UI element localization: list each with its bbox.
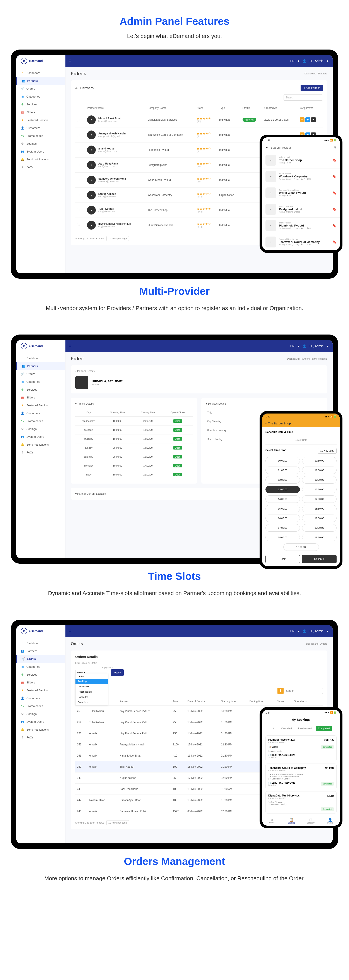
booking-card[interactable]: TeamWork Gourp of ComapnyInvoice No : IN… bbox=[265, 764, 336, 789]
lang-selector[interactable]: EN bbox=[290, 59, 295, 63]
view-icon[interactable]: 👁 bbox=[305, 118, 310, 122]
expand-button[interactable]: + bbox=[77, 133, 81, 137]
time-slot[interactable]: 16:00:00 bbox=[265, 515, 300, 522]
per-page[interactable]: 10 rows per page bbox=[106, 236, 129, 241]
provider-item[interactable]: ●Aarti UpadRanaPestguard pvt ltdRating ·… bbox=[262, 201, 340, 218]
sidebar-item-orders[interactable]: 🛒Orders bbox=[16, 655, 65, 663]
booking-card[interactable]: DiyngData Multi-ServicesInvoice No : INV… bbox=[265, 791, 336, 813]
col-header[interactable]: Starting time bbox=[219, 697, 248, 706]
sidebar-item-faqs[interactable]: ?FAQs bbox=[16, 733, 65, 741]
bookmark-icon[interactable]: 🔖 bbox=[332, 191, 336, 195]
sidebar-item-dashboard[interactable]: ⌂Dashboard bbox=[16, 640, 65, 647]
time-slot[interactable]: 10:00:00 bbox=[265, 457, 300, 465]
booking-tab[interactable]: Rescheduled bbox=[296, 726, 314, 731]
filter-option[interactable]: Select bbox=[76, 673, 108, 679]
sidebar-item-system-users[interactable]: 👥System Users bbox=[16, 148, 65, 156]
hamburger-icon[interactable]: ☰ bbox=[69, 59, 71, 63]
date-picker[interactable]: 15-Nov-2022 bbox=[318, 448, 336, 453]
nav-profile[interactable]: 👤Profile bbox=[320, 818, 340, 824]
time-slot[interactable]: 12:00:00 bbox=[265, 476, 300, 484]
filter-option[interactable]: Completed bbox=[76, 700, 108, 705]
search-input[interactable] bbox=[284, 94, 323, 100]
time-slot[interactable]: 17:00:00 bbox=[265, 524, 300, 531]
time-slot[interactable]: 10:30:00 bbox=[302, 457, 336, 465]
sidebar-item-featured-section[interactable]: ★Featured Section bbox=[16, 401, 65, 409]
per-page[interactable]: 10 rows per page bbox=[106, 820, 129, 825]
sidebar-item-sliders[interactable]: ▦Sliders bbox=[16, 679, 65, 687]
bookmark-icon[interactable]: 🔖 bbox=[332, 158, 336, 162]
col-header[interactable]: Stars bbox=[195, 104, 217, 112]
sidebar-item-partners[interactable]: 👥Partners bbox=[16, 362, 65, 370]
sidebar-item-customers[interactable]: 👤Customers bbox=[16, 124, 65, 132]
sidebar-item-faqs[interactable]: ?FAQs bbox=[16, 449, 65, 456]
hamburger-icon[interactable]: ☰ bbox=[69, 344, 71, 348]
provider-item[interactable]: ●Tulsi KothariThe Barber ShopRating · ★ … bbox=[262, 152, 340, 169]
sidebar-item-orders[interactable]: 🛒Orders bbox=[16, 85, 65, 93]
filter-icon[interactable]: ⊞ bbox=[334, 146, 336, 150]
lang-selector[interactable]: EN bbox=[290, 629, 295, 633]
sidebar-item-orders[interactable]: 🛒Orders bbox=[16, 370, 65, 378]
user-icon[interactable]: 👤 bbox=[303, 59, 306, 63]
time-slot[interactable]: 13:30:00 bbox=[302, 486, 336, 493]
continue-button[interactable]: Continue bbox=[302, 555, 336, 563]
bookmark-icon[interactable]: 🔖 bbox=[332, 240, 336, 244]
booking-tab[interactable]: Completed bbox=[316, 726, 332, 731]
export-icon[interactable]: ⬇ bbox=[278, 688, 284, 694]
sidebar-item-settings[interactable]: ⚙Settings bbox=[16, 425, 65, 433]
sidebar-item-customers[interactable]: 👤Customers bbox=[16, 694, 65, 702]
col-header[interactable]: Created At bbox=[263, 104, 298, 112]
search-input[interactable] bbox=[284, 688, 323, 694]
expand-button[interactable]: + bbox=[77, 178, 81, 182]
time-slot[interactable]: 14:00:00 bbox=[265, 495, 300, 503]
sidebar-item-promo-codes[interactable]: %Promo codes bbox=[16, 702, 65, 710]
sidebar-item-categories[interactable]: ⊞Categories bbox=[16, 93, 65, 100]
col-header[interactable]: Partner bbox=[118, 697, 171, 706]
sidebar-item-send-notifications[interactable]: 🔔Send notifications bbox=[16, 726, 65, 733]
bookmark-icon[interactable]: 🔖 bbox=[332, 207, 336, 211]
sidebar-item-send-notifications[interactable]: 🔔Send notifications bbox=[16, 441, 65, 449]
expand-button[interactable]: + bbox=[77, 163, 81, 167]
time-slot[interactable]: 18:00:00 bbox=[265, 534, 300, 541]
col-header[interactable]: Status bbox=[275, 697, 292, 706]
bookmark-icon[interactable]: 🔖 bbox=[332, 174, 336, 178]
expand-button[interactable]: + bbox=[77, 193, 81, 197]
sidebar-item-promo-codes[interactable]: %Promo codes bbox=[16, 417, 65, 425]
sidebar-item-services[interactable]: ⚙Services bbox=[16, 100, 65, 108]
user-icon[interactable]: 👤 bbox=[303, 344, 306, 348]
col-header[interactable]: Date of Service bbox=[186, 697, 219, 706]
sidebar-item-send-notifications[interactable]: 🔔Send notifications bbox=[16, 156, 65, 164]
time-slot[interactable]: 16:30:00 bbox=[302, 515, 336, 522]
col-header[interactable]: Company Name bbox=[146, 104, 195, 112]
col-header[interactable]: Status bbox=[241, 104, 263, 112]
sidebar-item-services[interactable]: ⚙Services bbox=[16, 671, 65, 679]
sidebar-item-featured-section[interactable]: ★Featured Section bbox=[16, 687, 65, 694]
hamburger-icon[interactable]: ☰ bbox=[69, 629, 71, 633]
time-slot[interactable]: 13:00:00 bbox=[265, 486, 300, 493]
nav-booking[interactable]: 📋Booking bbox=[282, 818, 301, 824]
sidebar-item-system-users[interactable]: 👥System Users bbox=[16, 433, 65, 441]
nav-home[interactable]: ⌂Home bbox=[262, 818, 282, 824]
back-button[interactable]: Back bbox=[265, 555, 300, 563]
filter-option[interactable]: Confirmed bbox=[76, 684, 108, 689]
add-partner-button[interactable]: + Add Partner bbox=[301, 85, 323, 91]
col-header[interactable]: Partner Profile bbox=[85, 104, 146, 112]
nav-category[interactable]: ⊞Category bbox=[301, 818, 320, 824]
time-slot[interactable]: 18:30:00 bbox=[302, 534, 336, 541]
time-slot[interactable]: 15:00:00 bbox=[265, 505, 300, 512]
apply-button[interactable]: Apply bbox=[111, 669, 124, 676]
sidebar-item-sliders[interactable]: ▦Sliders bbox=[16, 393, 65, 401]
time-slot[interactable]: 14:30:00 bbox=[302, 495, 336, 503]
filter-option[interactable]: Cancelled bbox=[76, 694, 108, 700]
sidebar-item-settings[interactable]: ⚙Settings bbox=[16, 710, 65, 718]
col-header[interactable] bbox=[75, 104, 85, 112]
edit-icon[interactable]: ✎ bbox=[300, 118, 305, 122]
sidebar-item-featured-section[interactable]: ★Featured Section bbox=[16, 116, 65, 124]
booking-tab[interactable]: All bbox=[270, 726, 277, 731]
expand-button[interactable]: + bbox=[77, 223, 81, 228]
sidebar-item-partners[interactable]: 👥Partners bbox=[16, 77, 65, 85]
sidebar-item-services[interactable]: ⚙Services bbox=[16, 386, 65, 393]
time-slot[interactable]: 11:30:00 bbox=[302, 466, 336, 474]
time-slot[interactable]: 13:00:00 bbox=[283, 543, 319, 551]
expand-button[interactable]: + bbox=[77, 148, 81, 152]
sidebar-item-system-users[interactable]: 👥System Users bbox=[16, 718, 65, 726]
